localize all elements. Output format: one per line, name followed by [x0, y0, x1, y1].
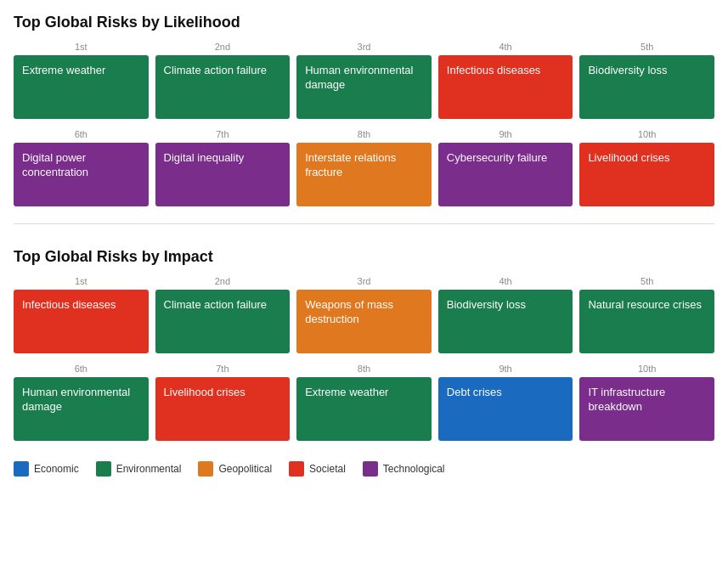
rank-label-0-1-1: 7th	[155, 129, 291, 139]
rank-label-0-1-2: 8th	[296, 129, 432, 139]
rank-label-1-1-1: 7th	[155, 364, 291, 374]
rank-label-1-1-4: 10th	[579, 364, 714, 374]
risk-card-1-0-2: Weapons of mass destruction	[296, 290, 432, 353]
risk-card-1-1-2: Extreme weather	[296, 377, 432, 441]
cards-row-1-1: Human environmental damageLivelihood cri…	[14, 377, 714, 441]
risk-card-0-1-3: Cybersecurity failure	[438, 143, 573, 206]
risk-card-1-0-4: Natural resource crises	[579, 290, 714, 353]
legend-item-0: Economic	[14, 461, 79, 477]
rank-label-1-1-3: 9th	[438, 364, 573, 374]
legend-item-2: Geopolitical	[198, 461, 272, 477]
legend-swatch-4	[363, 461, 378, 477]
legend-label-3: Societal	[309, 463, 346, 475]
risk-card-1-1-4: IT infrastructure breakdown	[579, 377, 714, 441]
risk-card-0-1-1: Digital inequality	[155, 143, 291, 206]
rank-label-0-0-4: 5th	[579, 42, 714, 52]
risk-card-1-1-1: Livelihood crises	[155, 377, 291, 441]
rank-label-1-0-0: 1st	[14, 276, 149, 286]
legend-item-4: Technological	[363, 461, 445, 477]
rank-label-1-0-4: 5th	[579, 276, 714, 286]
risk-card-0-1-2: Interstate relations fracture	[296, 143, 432, 206]
risk-card-0-1-0: Digital power concentration	[14, 143, 149, 206]
risk-card-1-1-0: Human environmental damage	[14, 377, 149, 441]
rank-label-0-0-2: 3rd	[296, 42, 432, 52]
rank-label-1-0-1: 2nd	[155, 276, 291, 286]
section-divider	[14, 223, 714, 224]
rank-label-0-1-4: 10th	[579, 129, 714, 139]
ranks-row-1-0: 1st2nd3rd4th5th	[14, 276, 714, 288]
risk-card-0-0-0: Extreme weather	[14, 55, 149, 119]
rank-label-1-0-3: 4th	[438, 276, 573, 286]
rank-label-0-1-0: 6th	[14, 129, 149, 139]
risk-card-1-0-0: Infectious diseases	[14, 290, 149, 353]
risk-card-0-1-4: Livelihood crises	[579, 143, 714, 206]
ranks-row-0-0: 1st2nd3rd4th5th	[14, 42, 714, 54]
rank-label-0-0-1: 2nd	[155, 42, 291, 52]
page-container: Top Global Risks by Likelihood1st2nd3rd4…	[14, 14, 714, 477]
cards-row-0-1: Digital power concentrationDigital inequ…	[14, 143, 714, 206]
legend-swatch-3	[289, 461, 304, 477]
rank-label-0-0-0: 1st	[14, 42, 149, 52]
legend-item-1: Environmental	[96, 461, 182, 477]
rank-label-1-0-2: 3rd	[296, 276, 432, 286]
risk-card-0-0-3: Infectious diseases	[438, 55, 573, 119]
legend-label-1: Environmental	[116, 463, 182, 475]
risk-card-0-0-2: Human environmental damage	[296, 55, 432, 119]
ranks-row-0-1: 6th7th8th9th10th	[14, 129, 714, 141]
section-title-1: Top Global Risks by Impact	[14, 248, 714, 266]
rank-label-0-0-3: 4th	[438, 42, 573, 52]
ranks-row-1-1: 6th7th8th9th10th	[14, 364, 714, 375]
legend-swatch-0	[14, 461, 29, 477]
rank-label-1-1-0: 6th	[14, 364, 149, 374]
risk-card-0-0-4: Biodiversity loss	[579, 55, 714, 119]
legend-item-3: Societal	[289, 461, 346, 477]
rank-label-1-1-2: 8th	[296, 364, 432, 374]
rank-label-0-1-3: 9th	[438, 129, 573, 139]
legend-label-4: Technological	[383, 463, 445, 475]
section-title-0: Top Global Risks by Likelihood	[14, 14, 714, 31]
legend-swatch-2	[198, 461, 213, 477]
risk-card-1-0-1: Climate action failure	[155, 290, 291, 353]
risk-card-1-0-3: Biodiversity loss	[438, 290, 573, 353]
risk-card-0-0-1: Climate action failure	[155, 55, 291, 119]
legend-swatch-1	[96, 461, 111, 477]
risk-card-1-1-3: Debt crises	[438, 377, 573, 441]
legend-label-2: Geopolitical	[218, 463, 272, 475]
cards-row-0-0: Extreme weatherClimate action failureHum…	[14, 55, 714, 119]
legend: EconomicEnvironmentalGeopoliticalSocieta…	[14, 461, 714, 477]
legend-label-0: Economic	[34, 463, 79, 475]
cards-row-1-0: Infectious diseasesClimate action failur…	[14, 290, 714, 353]
